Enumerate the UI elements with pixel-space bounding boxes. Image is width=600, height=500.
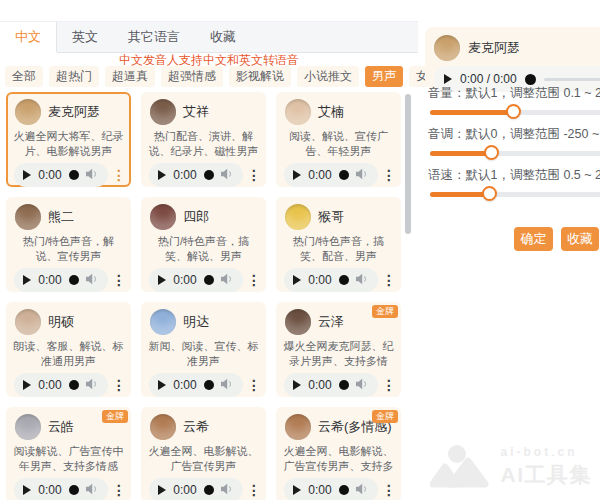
play-icon[interactable]	[23, 485, 31, 495]
progress-dot-icon[interactable]	[69, 170, 79, 180]
volume-icon[interactable]	[221, 271, 234, 289]
progress-dot-icon[interactable]	[204, 380, 214, 390]
progress-dot-icon[interactable]	[339, 485, 349, 495]
more-menu-icon[interactable]: ⋮	[112, 478, 126, 500]
play-icon[interactable]	[293, 380, 301, 390]
voice-description: 爆火全网麦克阿瑟、纪录片男声、支持多情感、多角色	[276, 339, 401, 369]
volume-icon[interactable]	[86, 166, 99, 184]
filter-strong-emotion[interactable]: 超强情感	[161, 66, 223, 87]
more-menu-icon[interactable]: ⋮	[382, 478, 396, 500]
play-icon[interactable]	[23, 275, 31, 285]
progress-dot-icon[interactable]	[204, 485, 214, 495]
volume-label: 音量：默认1，调整范围 0.1 ~ 2	[428, 86, 600, 101]
voice-card-yunze[interactable]: 云泽金牌爆火全网麦克阿瑟、纪录片男声、支持多情感、多角色0:00⋮	[276, 302, 401, 397]
voice-card-yunxi-emotion[interactable]: 云希(多情感)金牌火遍全网、电影解说、广告宣传男声、支持多情感、多角色0:00⋮	[276, 407, 401, 500]
tab-other-languages[interactable]: 其它语言	[113, 22, 195, 52]
play-icon[interactable]	[158, 170, 166, 180]
voice-description: 火遍全网大将军、纪录片、电影解说男声	[6, 129, 131, 159]
more-menu-icon[interactable]: ⋮	[112, 163, 126, 187]
play-icon[interactable]	[293, 275, 301, 285]
voice-description: 热门/特色声音，搞笑、解说、男声	[141, 234, 266, 264]
filter-all[interactable]: 全部	[5, 66, 43, 87]
volume-icon[interactable]	[86, 376, 99, 394]
volume-icon[interactable]	[356, 166, 369, 184]
filter-male[interactable]: 男声	[365, 66, 403, 87]
more-menu-icon[interactable]: ⋮	[382, 163, 396, 187]
voice-player-row: 0:00⋮	[14, 268, 126, 292]
progress-dot-icon[interactable]	[204, 275, 214, 285]
more-menu-icon[interactable]: ⋮	[382, 373, 396, 397]
voice-card-yunxi[interactable]: 云希火遍全网、电影解说、广告宣传男声0:00⋮	[141, 407, 266, 500]
more-menu-icon[interactable]: ⋮	[112, 268, 126, 292]
voice-card-header: 明硕	[6, 302, 131, 335]
progress-dot-icon[interactable]	[69, 275, 79, 285]
progress-track[interactable]	[544, 78, 600, 81]
more-menu-icon[interactable]: ⋮	[247, 163, 261, 187]
volume-icon[interactable]	[86, 271, 99, 289]
watermark-site: ai-bot.cn	[501, 445, 593, 459]
player-time: 0:00 / 0:00	[460, 72, 517, 86]
progress-dot-icon[interactable]	[69, 380, 79, 390]
filter-novel-text[interactable]: 小说推文	[297, 66, 359, 87]
more-menu-icon[interactable]: ⋮	[247, 268, 261, 292]
progress-dot-icon[interactable]	[204, 170, 214, 180]
voice-card-maikease[interactable]: 麦克阿瑟火遍全网大将军、纪录片、电影解说男声0:00⋮	[6, 92, 131, 187]
tab-chinese[interactable]: 中文	[0, 22, 57, 52]
speed-slider-handle[interactable]	[482, 186, 497, 201]
voice-card-mingshuo[interactable]: 明硕朗读、客服、解说、标准通用男声0:00⋮	[6, 302, 131, 397]
more-menu-icon[interactable]: ⋮	[247, 373, 261, 397]
voice-player-row: 0:00⋮	[284, 268, 396, 292]
progress-handle-icon[interactable]	[525, 74, 536, 85]
voice-card-header: 云希	[141, 407, 266, 440]
voice-card-houge[interactable]: 猴哥热门/特色声音，搞笑、配音、男声0:00⋮	[276, 197, 401, 292]
more-menu-icon[interactable]: ⋮	[112, 373, 126, 397]
volume-icon[interactable]	[221, 376, 234, 394]
play-icon[interactable]	[23, 380, 31, 390]
voice-description: 热门/特色声音，解说、宣传男声	[6, 234, 131, 264]
voice-avatar	[150, 99, 176, 125]
volume-icon[interactable]	[356, 376, 369, 394]
voice-card-header: 明达	[141, 302, 266, 335]
voice-card-ainan[interactable]: 艾楠阅读、解说、宣传广告、年轻男声0:00⋮	[276, 92, 401, 187]
progress-dot-icon[interactable]	[339, 380, 349, 390]
volume-slider-handle[interactable]	[506, 104, 521, 119]
play-icon[interactable]	[158, 380, 166, 390]
voice-player-row: 0:00⋮	[14, 373, 126, 397]
voice-avatar	[150, 204, 176, 230]
voice-avatar	[15, 99, 41, 125]
pitch-slider-handle[interactable]	[484, 145, 499, 160]
filter-movie-narration[interactable]: 影视解说	[229, 66, 291, 87]
voice-card-mingda[interactable]: 明达新闻、阅读、宣传、标准男声0:00⋮	[141, 302, 266, 397]
progress-dot-icon[interactable]	[339, 170, 349, 180]
more-menu-icon[interactable]: ⋮	[382, 268, 396, 292]
play-icon[interactable]	[293, 485, 301, 495]
play-icon[interactable]	[23, 170, 31, 180]
volume-icon[interactable]	[86, 481, 99, 499]
voice-name: 麦克阿瑟	[48, 103, 100, 121]
play-icon[interactable]	[444, 74, 452, 84]
volume-icon[interactable]	[221, 481, 234, 499]
audio-time: 0:00	[308, 273, 331, 287]
more-menu-icon[interactable]: ⋮	[247, 478, 261, 500]
voice-card-xionger[interactable]: 熊二热门/特色声音，解说、宣传男声0:00⋮	[6, 197, 131, 292]
voice-avatar	[15, 309, 41, 335]
favorite-button[interactable]: 收藏	[561, 227, 599, 251]
confirm-button[interactable]: 确定	[514, 227, 553, 251]
voice-card-silang[interactable]: 四郎热门/特色声音，搞笑、解说、男声0:00⋮	[141, 197, 266, 292]
scrollbar-thumb[interactable]	[405, 94, 411, 234]
volume-icon[interactable]	[356, 481, 369, 499]
audio-time: 0:00	[173, 168, 196, 182]
play-icon[interactable]	[158, 485, 166, 495]
filter-super-hot[interactable]: 超热门	[49, 66, 99, 87]
voice-card-aixiang[interactable]: 艾祥热门配音、演讲、解说、纪录片、磁性男声0:00⋮	[141, 92, 266, 187]
voice-card-yunhao[interactable]: 云皓金牌阅读解说、广告宣传中年男声、支持多情感0:00⋮	[6, 407, 131, 500]
volume-icon[interactable]	[356, 271, 369, 289]
tab-favorites[interactable]: 收藏	[195, 22, 251, 52]
progress-dot-icon[interactable]	[339, 275, 349, 285]
progress-dot-icon[interactable]	[69, 485, 79, 495]
tab-english[interactable]: 英文	[57, 22, 113, 52]
filter-super-real[interactable]: 超逼真	[105, 66, 155, 87]
play-icon[interactable]	[293, 170, 301, 180]
play-icon[interactable]	[158, 275, 166, 285]
volume-icon[interactable]	[221, 166, 234, 184]
